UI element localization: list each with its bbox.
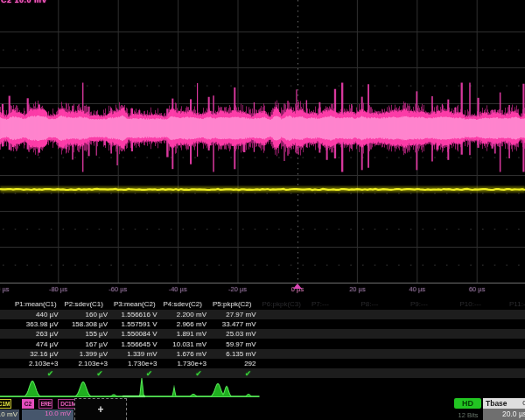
param-header-dim: P9:--- <box>410 300 428 308</box>
param-header: P2:sdev(C1) <box>65 300 103 308</box>
param-value: 27.97 mV <box>208 311 256 318</box>
time-axis-label: -40 µs <box>169 285 187 293</box>
param-value: 158.308 µV <box>60 320 108 328</box>
param-header-dim: P8:--- <box>361 300 379 308</box>
param-value: 1.550084 V <box>109 330 158 338</box>
time-axis-label: -60 µs <box>108 285 127 293</box>
param-value: 6.135 mV <box>208 350 256 358</box>
time-axis-label: 20 µs <box>349 285 366 293</box>
status-check-icon: ✔ <box>242 369 255 378</box>
param-value: 155 µV <box>60 330 108 338</box>
param-header: P1:mean(C1) <box>15 300 57 308</box>
param-header-dim: P7:--- <box>312 300 329 308</box>
c1-scale-value: 20.0 mV <box>0 410 19 420</box>
timebase-scale: 20.0 µs/div <box>502 410 525 418</box>
time-axis-label: -20 µs <box>228 285 247 293</box>
add-trace-box[interactable]: + <box>74 398 127 420</box>
time-axis-label: -100 µs <box>0 285 10 293</box>
param-value: 2.200 mV <box>159 311 207 318</box>
status-check-icon: ✔ <box>45 369 57 378</box>
timebase-title: Tbase 0 s <box>483 398 525 409</box>
param-value: 1.676 mV <box>159 350 207 358</box>
param-value: 1.556616 V <box>109 311 158 318</box>
param-value: 59.97 mV <box>208 340 256 348</box>
param-value: 2.966 mV <box>159 320 207 328</box>
trace-label-cropped: C2 10.0 mV <box>1 0 48 5</box>
param-value: 2.103e+3 <box>10 360 59 368</box>
param-header-dim: P11:--- <box>509 300 525 308</box>
param-value: 25.03 mV <box>208 330 256 338</box>
c2-title-badge: C2 <box>22 399 34 409</box>
c1-coupling-badge: DC1M <box>0 399 11 409</box>
table-row-band <box>0 368 525 378</box>
timebase-scale-row: 20.0 µs/div <box>483 409 525 420</box>
c2-scale-value: 10.0 mV <box>22 410 74 420</box>
param-header: P5:pkpk(C2) <box>213 300 251 308</box>
param-value: 363.98 µV <box>10 320 59 328</box>
time-axis-label: -80 µs <box>49 285 67 293</box>
hd-mode-badge[interactable]: HD <box>454 398 481 409</box>
timebase-descriptor[interactable]: Tbase 0 s 20.0 µs/div <box>483 398 525 420</box>
hd-bits-label: 12 Bits <box>452 411 484 419</box>
param-header: P3:mean(C2) <box>114 300 156 308</box>
c2-eres-badge: ERES <box>38 399 52 409</box>
param-header: P4:sdev(C2) <box>164 300 202 308</box>
time-axis-label: 40 µs <box>410 285 426 293</box>
param-header-dim: P10:--- <box>460 300 481 308</box>
status-check-icon: ✔ <box>94 369 106 378</box>
oscilloscope-screen: C2 10.0 mV -100 µs-80 µs-60 µs-40 µs-20 … <box>0 0 525 420</box>
plus-icon: + <box>75 399 126 420</box>
param-value: 1.556645 V <box>109 340 158 348</box>
trigger-position-marker[interactable] <box>293 284 302 289</box>
time-axis-label: 60 µs <box>469 285 486 293</box>
param-value: 263 µV <box>10 330 59 338</box>
param-value: 1.339 mV <box>109 350 158 358</box>
param-value: 32.16 µV <box>10 350 59 358</box>
param-value: 440 µV <box>10 311 59 318</box>
param-value: 474 µV <box>10 340 59 348</box>
param-value: 2.103e+3 <box>60 360 108 368</box>
status-check-icon: ✔ <box>192 369 205 378</box>
param-value: 1.891 mV <box>159 330 207 338</box>
param-header-dim: P6:pkpk(C3) <box>262 300 301 308</box>
param-value: 1.557591 V <box>109 320 158 328</box>
param-value: 160 µV <box>60 311 108 318</box>
status-check-icon: ✔ <box>144 369 156 378</box>
channel-descriptor-c1[interactable]: DC1M 20.0 mV <box>0 398 19 420</box>
param-value: 1.399 µV <box>60 350 108 358</box>
param-value: 10.031 mV <box>159 340 207 348</box>
param-value: 1.730e+3 <box>109 360 158 368</box>
param-value: 33.477 mV <box>208 320 256 328</box>
param-value: 1.730e+3 <box>159 360 207 368</box>
param-value: 167 µV <box>60 340 108 348</box>
param-value: 292 <box>208 360 256 368</box>
channel-descriptor-c2[interactable]: C2 ERES DC1M 10.0 mV <box>22 398 74 420</box>
